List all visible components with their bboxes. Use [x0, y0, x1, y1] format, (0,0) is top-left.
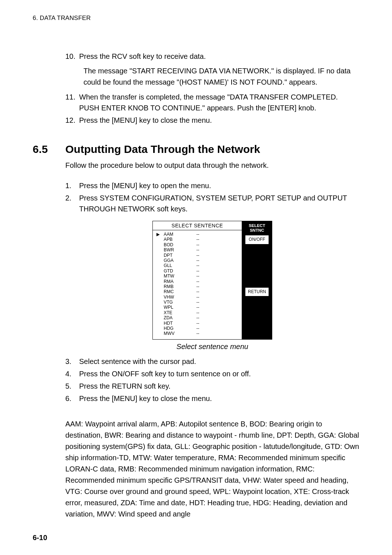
row-arrow-icon [156, 279, 161, 284]
diagram-row: VHW-- [156, 295, 238, 300]
list-number: 1. [65, 180, 79, 191]
diagram-row: RMA-- [156, 279, 238, 284]
row-value: -- [182, 242, 238, 247]
diagram-row: RMB-- [156, 284, 238, 289]
section-title: Outputting Data Through the Network [65, 143, 260, 155]
list-number: 4. [65, 368, 79, 379]
list-text: Press the RETURN soft key. [79, 381, 359, 392]
glossary-paragraph: AAM: Waypoint arrival alarm, APB: Autopi… [65, 418, 359, 520]
row-value: -- [182, 289, 238, 294]
list-item: 1. Press the [MENU] key to open the menu… [65, 180, 359, 191]
row-code: WPL [164, 305, 179, 310]
list-item: 10. Press the RCV soft key to receive da… [65, 51, 359, 62]
row-code: HDG [164, 326, 179, 331]
list-number: 3. [65, 356, 79, 367]
diagram-row: GGA-- [156, 258, 238, 263]
row-value: -- [182, 295, 238, 300]
diagram-row: RMC-- [156, 289, 238, 294]
row-code: DPT [164, 253, 179, 258]
return-button: RETURN [245, 287, 269, 297]
diagram-wrap: SELECT SENTENCE ▶AAM--APB--BOD--BWR--DPT… [65, 221, 359, 340]
select-sntnc-label: SELECTSNTNC [249, 223, 265, 233]
select-sentence-diagram: SELECT SENTENCE ▶AAM--APB--BOD--BWR--DPT… [152, 221, 272, 340]
diagram-row: DPT-- [156, 253, 238, 258]
list-text: Press the [MENU] key to close the menu. [79, 393, 359, 404]
row-code: GGA [164, 258, 179, 263]
document-page: 6. DATA TRANSFER 10. Press the RCV soft … [0, 0, 392, 555]
list-item: 5. Press the RETURN soft key. [65, 381, 359, 392]
row-arrow-icon [156, 284, 161, 289]
diagram-row: ZDA-- [156, 315, 238, 320]
row-code: VHW [164, 295, 179, 300]
row-value: -- [182, 268, 238, 274]
row-value: -- [182, 310, 238, 315]
section-intro: Follow the procedure below to output dat… [65, 160, 359, 171]
row-arrow-icon [156, 268, 161, 274]
diagram-row: XTE-- [156, 310, 238, 315]
list-number: 12. [65, 115, 79, 126]
list-text: Press SYSTEM CONFIGURATION, SYSTEM SETUP… [79, 193, 359, 214]
list-text: Press the ON/OFF soft key to turn senten… [79, 368, 359, 379]
row-arrow-icon [156, 326, 161, 331]
row-arrow-icon [156, 321, 161, 326]
row-code: RMC [164, 289, 179, 294]
row-arrow-icon [156, 263, 161, 268]
row-arrow-icon [156, 247, 161, 252]
diagram-row: ▶AAM-- [156, 232, 238, 237]
row-arrow-icon [156, 289, 161, 294]
row-arrow-icon [156, 310, 161, 315]
row-code: GTD [164, 268, 179, 274]
row-arrow-icon [156, 258, 161, 263]
row-code: RMB [164, 284, 179, 289]
row-code: MTW [164, 274, 179, 279]
row-value: -- [182, 247, 238, 252]
row-value: -- [182, 232, 238, 237]
diagram-row: VTG-- [156, 300, 238, 305]
row-value: -- [182, 305, 238, 310]
row-code: APB [164, 237, 179, 242]
row-value: -- [182, 258, 238, 263]
figure-caption: Select sentence menu [65, 343, 359, 351]
row-code: XTE [164, 310, 179, 315]
diagram-row: HDT-- [156, 321, 238, 326]
onoff-button: ON/OFF [245, 235, 269, 244]
list-number: 11. [65, 92, 79, 113]
row-arrow-icon [156, 295, 161, 300]
diagram-row: BOD-- [156, 242, 238, 247]
diagram-row: APB-- [156, 237, 238, 242]
row-value: -- [182, 284, 238, 289]
row-arrow-icon: ▶ [156, 232, 161, 237]
row-code: HDT [164, 321, 179, 326]
row-arrow-icon [156, 315, 161, 320]
row-value: -- [182, 315, 238, 320]
list-text: Press the RCV soft key to receive data. [79, 51, 359, 62]
list-text: When the transfer is completed, the mess… [79, 92, 359, 113]
row-arrow-icon [156, 300, 161, 305]
row-value: -- [182, 253, 238, 258]
row-code: MWV [164, 331, 179, 336]
list-number: 6. [65, 393, 79, 404]
diagram-rows: ▶AAM--APB--BOD--BWR--DPT--GGA--GLL--GTD-… [153, 230, 242, 339]
section-number: 6.5 [33, 143, 65, 155]
list-block-c: 1. Press the [MENU] key to open the menu… [65, 180, 359, 214]
list-number: 2. [65, 193, 79, 214]
diagram-row: MWV-- [156, 331, 238, 336]
row-value: -- [182, 263, 238, 268]
list-block-a: 10. Press the RCV soft key to receive da… [65, 51, 359, 126]
row-value: -- [182, 331, 238, 336]
row-value: -- [182, 321, 238, 326]
row-arrow-icon [156, 253, 161, 258]
row-code: BOD [164, 242, 179, 247]
list-text: Press the [MENU] key to close the menu. [79, 115, 359, 126]
row-value: -- [182, 279, 238, 284]
list-text: Press the [MENU] key to open the menu. [79, 180, 359, 191]
list-item: 12. Press the [MENU] key to close the me… [65, 115, 359, 126]
row-value: -- [182, 326, 238, 331]
section-heading: 6.5 Outputting Data Through the Network [33, 143, 359, 155]
diagram-row: HDG-- [156, 326, 238, 331]
sub-text: The message "START RECEIVING DATA VIA NE… [83, 65, 359, 88]
diagram-row: WPL-- [156, 305, 238, 310]
row-code: AAM [164, 232, 179, 237]
list-item: 3. Select sentence with the cursor pad. [65, 356, 359, 367]
diagram-title: SELECT SENTENCE [153, 221, 242, 230]
